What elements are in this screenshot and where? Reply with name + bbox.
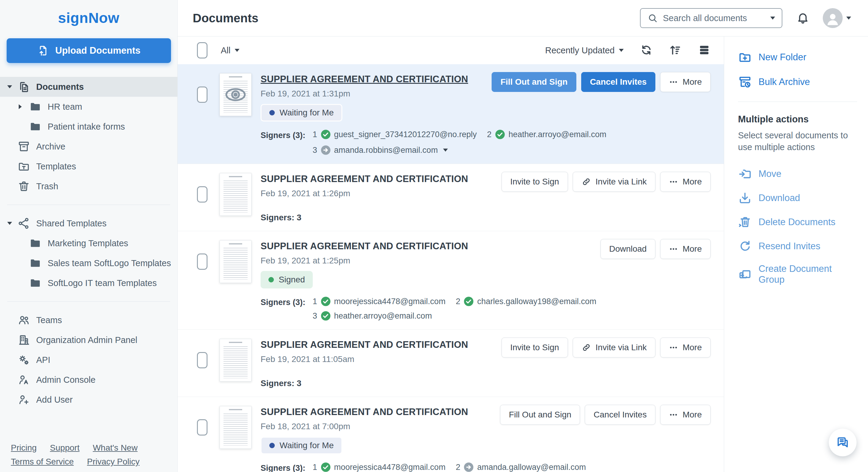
document-title[interactable]: SUPPLIER AGREEMENT AND CERTIFICATION: [260, 241, 468, 252]
cancel-invites-button[interactable]: Cancel Invites: [581, 72, 655, 92]
download-button[interactable]: Download: [738, 191, 857, 205]
row-checkbox[interactable]: [197, 352, 208, 368]
status-dot: [269, 277, 274, 282]
footer-link-what-s-new[interactable]: What's New: [93, 443, 138, 452]
document-thumbnail[interactable]: [220, 173, 251, 216]
more-button[interactable]: More: [660, 338, 711, 358]
footer-link-terms-of-service[interactable]: Terms of Service: [11, 457, 74, 466]
eye-icon: [223, 82, 248, 107]
document-thumbnail[interactable]: [220, 406, 251, 449]
fill-out-and-sign-button[interactable]: Fill Out and Sign: [500, 405, 580, 425]
move-button[interactable]: Move: [738, 167, 857, 181]
refresh-button[interactable]: [640, 44, 653, 57]
sort-caret-icon: [619, 49, 624, 52]
resend-invites-button[interactable]: Resend Invites: [738, 239, 857, 253]
document-list: SUPPLIER AGREEMENT AND CERTIFICATIONFeb …: [178, 64, 724, 472]
signer-number: 3: [313, 145, 317, 155]
document-thumbnail[interactable]: [220, 339, 251, 381]
sort-order-button[interactable]: [669, 44, 682, 57]
sidebar-item-shared-templates[interactable]: Shared Templates: [0, 213, 177, 233]
document-title[interactable]: SUPPLIER AGREEMENT AND CERTIFICATION: [260, 174, 468, 184]
sidebar-item-label: SoftLogo IT team Templates: [48, 278, 157, 288]
account-menu-caret-icon[interactable]: [846, 16, 851, 20]
download-button[interactable]: Download: [600, 239, 656, 259]
bulk-archive-button[interactable]: Bulk Archive: [738, 75, 857, 89]
row-checkbox[interactable]: [197, 87, 208, 103]
search-box[interactable]: [640, 8, 782, 28]
sidebar-item-trash[interactable]: Trash: [0, 176, 177, 196]
document-thumbnail[interactable]: [220, 73, 251, 116]
invite-via-link-button[interactable]: Invite via Link: [573, 172, 656, 192]
more-button[interactable]: More: [660, 72, 711, 92]
sidebar-item-marketing-templates[interactable]: Marketing Templates: [0, 233, 177, 253]
filter-dropdown[interactable]: All: [221, 45, 240, 56]
sidebar-item-archive[interactable]: Archive: [0, 137, 177, 157]
list-toolbar: All Recently Updated: [178, 36, 724, 64]
button-label: Download: [609, 244, 647, 254]
notifications-button[interactable]: [796, 11, 809, 25]
chat-button[interactable]: [829, 429, 857, 456]
row-checkbox[interactable]: [197, 419, 208, 436]
sidebar-item-admin-console[interactable]: Admin Console: [0, 370, 177, 390]
more-button[interactable]: More: [660, 172, 711, 192]
sidebar-item-hr-team[interactable]: HR team: [0, 97, 177, 116]
row-checkbox[interactable]: [197, 254, 208, 270]
row-checkbox[interactable]: [197, 186, 208, 203]
sidebar-item-softlogo-it-team-templates[interactable]: SoftLogo IT team Templates: [0, 273, 177, 293]
document-title[interactable]: SUPPLIER AGREEMENT AND CERTIFICATION: [260, 74, 468, 85]
sidebar-item-documents[interactable]: Documents: [0, 77, 177, 97]
document-thumbnail[interactable]: [220, 240, 251, 283]
signer-email: heather.arroyo@email.com: [508, 130, 607, 139]
sidebar-divider: [7, 301, 170, 302]
upload-documents-button[interactable]: Upload Documents: [7, 38, 171, 63]
sidebar-item-organization-admin-panel[interactable]: Organization Admin Panel: [0, 330, 177, 350]
sidebar-item-patient-intake-forms[interactable]: Patient intake forms: [0, 116, 177, 137]
document-title[interactable]: SUPPLIER AGREEMENT AND CERTIFICATION: [260, 339, 468, 350]
upload-documents-label: Upload Documents: [55, 45, 140, 56]
invite-via-link-button[interactable]: Invite via Link: [573, 338, 656, 358]
signers: Signers (3):1moorejessica4478@gmail.com2…: [260, 462, 711, 472]
panel-item-label: Resend Invites: [758, 241, 820, 252]
cancel-invites-button[interactable]: Cancel Invites: [585, 405, 655, 425]
content-area: Documents All: [178, 0, 868, 472]
select-all-checkbox[interactable]: [197, 42, 208, 59]
footer-link-pricing[interactable]: Pricing: [11, 443, 37, 452]
signer-dropdown-caret-icon[interactable]: [443, 148, 448, 151]
more-button[interactable]: More: [660, 405, 711, 425]
link-icon: [582, 177, 591, 187]
sort-dropdown[interactable]: Recently Updated: [545, 45, 624, 56]
document-title[interactable]: SUPPLIER AGREEMENT AND CERTIFICATION: [260, 407, 468, 417]
sidebar-item-api[interactable]: API: [0, 350, 177, 370]
folder-icon: [29, 257, 42, 269]
signer-number: 1: [313, 297, 317, 306]
signer-email: heather.arroyo@email.com: [334, 311, 432, 321]
sidebar-item-sales-team-softlogo-templates[interactable]: Sales team SoftLogo Templates: [0, 253, 177, 273]
footer-link-support[interactable]: Support: [50, 443, 80, 452]
delete-documents-button[interactable]: Delete Documents: [738, 215, 857, 229]
user-avatar[interactable]: [823, 8, 843, 28]
row-actions: Fill Out and SignCancel InvitesMore: [492, 72, 711, 92]
sidebar-item-add-user[interactable]: Add User: [0, 390, 177, 410]
building-icon: [18, 334, 30, 346]
sidebar-item-teams[interactable]: Teams: [0, 310, 177, 330]
invite-to-sign-button[interactable]: Invite to Sign: [501, 172, 568, 192]
invite-to-sign-button[interactable]: Invite to Sign: [501, 338, 568, 358]
bulk-archive-icon: [738, 75, 752, 89]
search-scope-caret-icon[interactable]: [770, 16, 775, 20]
new-folder-button[interactable]: New Folder: [738, 50, 857, 64]
view-mode-button[interactable]: [698, 44, 711, 57]
create-document-group-button[interactable]: Create Document Group: [738, 263, 857, 285]
page-title: Documents: [193, 11, 258, 25]
documents-icon: [18, 80, 30, 93]
footer-link-privacy-policy[interactable]: Privacy Policy: [87, 457, 140, 466]
sort-label: Recently Updated: [545, 45, 615, 56]
signer-item: 2charles.galloway198@email.com: [456, 296, 596, 306]
status-dot: [269, 110, 275, 115]
more-button[interactable]: More: [660, 239, 711, 259]
sidebar-item-templates[interactable]: Templates: [0, 157, 177, 176]
panel-item-label: Download: [758, 193, 800, 203]
signer-item[interactable]: 3amanda.robbins@email.com: [313, 145, 448, 155]
search-input[interactable]: [663, 13, 766, 23]
doc-group-icon: [738, 267, 752, 281]
fill-out-and-sign-button[interactable]: Fill Out and Sign: [492, 72, 576, 92]
